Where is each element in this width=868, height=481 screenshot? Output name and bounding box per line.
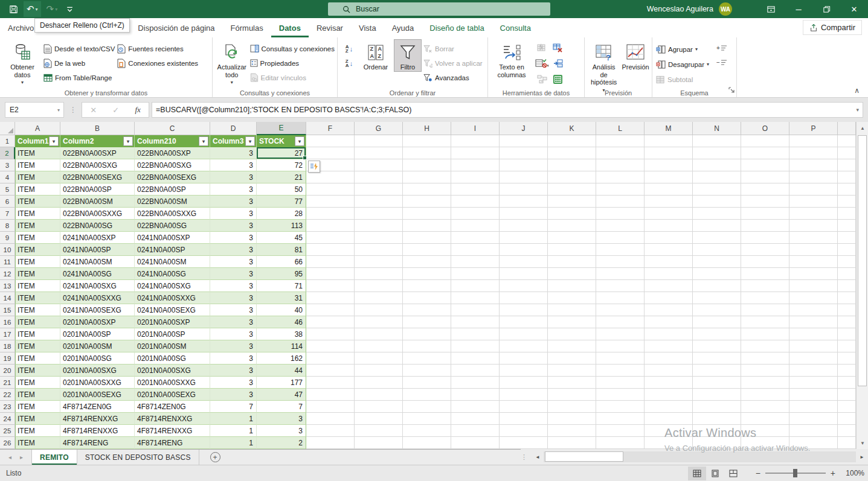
horizontal-scrollbar[interactable]: ⋮ ◄ ►: [521, 449, 868, 465]
grid-cell[interactable]: [403, 268, 451, 280]
grid-cell[interactable]: [741, 316, 789, 328]
row-header[interactable]: 17: [0, 328, 15, 340]
selected-cell[interactable]: 27: [257, 147, 306, 159]
table-cell[interactable]: ITEM: [15, 292, 60, 304]
grid-cell[interactable]: [306, 316, 355, 328]
grid-cell[interactable]: [596, 196, 645, 208]
grid-cell[interactable]: [741, 268, 789, 280]
grid-cell[interactable]: [838, 437, 856, 449]
row-header[interactable]: 11: [0, 256, 15, 268]
tab-revisar[interactable]: Revisar: [309, 18, 351, 37]
tab-ayuda[interactable]: Ayuda: [384, 18, 422, 37]
grid-cell[interactable]: [403, 425, 451, 437]
row-header[interactable]: 18: [0, 340, 15, 352]
grid-cell[interactable]: [451, 292, 500, 304]
grid-cell[interactable]: [741, 401, 789, 413]
grid-cell[interactable]: [548, 389, 596, 401]
grid-cell[interactable]: [548, 171, 596, 183]
grid-cell[interactable]: [789, 280, 838, 292]
row-header[interactable]: 20: [0, 365, 15, 377]
grid-cell[interactable]: [693, 389, 741, 401]
grid-cell[interactable]: [741, 437, 789, 449]
table-cell[interactable]: 3: [210, 232, 257, 244]
grid-cell[interactable]: [500, 183, 548, 196]
grid-cell[interactable]: [789, 268, 838, 280]
horizontal-scroll-track[interactable]: [544, 451, 856, 462]
grid-cell[interactable]: [693, 425, 741, 437]
grid-cell[interactable]: [596, 232, 645, 244]
table-cell[interactable]: 0241N0A00SXXG: [60, 292, 135, 304]
table-cell[interactable]: ITEM: [15, 365, 60, 377]
table-cell[interactable]: 0241N0A00SP: [60, 244, 135, 256]
vertical-scrollbar[interactable]: ▲ ▼: [856, 122, 868, 449]
grid-cell[interactable]: [355, 280, 403, 292]
grid-cell[interactable]: [306, 208, 355, 220]
grid-cell[interactable]: [838, 220, 856, 232]
grid-cell[interactable]: [451, 437, 500, 449]
table-cell[interactable]: 4F8714ZEN0G: [60, 401, 135, 413]
grid-cell[interactable]: [596, 340, 645, 352]
table-cell[interactable]: 3: [257, 413, 306, 425]
grid-cell[interactable]: [838, 292, 856, 304]
forecast-sheet-button[interactable]: Previsión: [622, 40, 649, 71]
grid-cell[interactable]: [355, 377, 403, 389]
table-cell[interactable]: 3: [210, 256, 257, 268]
grid-cell[interactable]: [693, 340, 741, 352]
table-cell[interactable]: ITEM: [15, 352, 60, 365]
grid-cell[interactable]: [306, 244, 355, 256]
grid-cell[interactable]: [596, 147, 645, 159]
table-cell[interactable]: 3: [210, 328, 257, 340]
grid-cell[interactable]: [403, 232, 451, 244]
account-area[interactable]: Wenceslao Aguilera WA: [647, 0, 732, 18]
table-cell[interactable]: ITEM: [15, 340, 60, 352]
sheet-tab-remito[interactable]: REMITO: [31, 450, 77, 465]
grid-cell[interactable]: [548, 328, 596, 340]
grid-cell[interactable]: [789, 135, 838, 147]
grid-cell[interactable]: [693, 365, 741, 377]
table-cell[interactable]: ITEM: [15, 268, 60, 280]
grid-cell[interactable]: [645, 401, 693, 413]
grid-cell[interactable]: [548, 377, 596, 389]
grid-cell[interactable]: [548, 135, 596, 147]
table-cell[interactable]: 7: [257, 401, 306, 413]
grid-cell[interactable]: [451, 340, 500, 352]
table-cell[interactable]: ITEM: [15, 413, 60, 425]
minimize-button[interactable]: ─: [785, 0, 812, 18]
grid-cell[interactable]: [645, 365, 693, 377]
table-cell[interactable]: 022BN0A00SP: [60, 183, 135, 196]
grid-cell[interactable]: [451, 159, 500, 171]
table-cell[interactable]: 46: [257, 316, 306, 328]
tab-diseno-de-tabla[interactable]: Diseño de tabla: [422, 18, 492, 37]
refresh-all-button[interactable]: Actualizar todo ▾: [216, 40, 248, 87]
grid-cell[interactable]: [741, 220, 789, 232]
grid-cell[interactable]: [451, 232, 500, 244]
grid-cell[interactable]: [838, 159, 856, 171]
grid-cell[interactable]: [500, 171, 548, 183]
grid-cell[interactable]: [838, 232, 856, 244]
grid-cell[interactable]: [789, 340, 838, 352]
filter-button[interactable]: Filtro: [394, 40, 421, 71]
redo-button[interactable]: ↷ ▾: [43, 1, 61, 17]
grid-cell[interactable]: [741, 196, 789, 208]
row-header[interactable]: 3: [0, 159, 15, 171]
group-button[interactable]: Agrupar ▾: [656, 43, 709, 56]
grid-cell[interactable]: [306, 352, 355, 365]
grid-cell[interactable]: [645, 196, 693, 208]
table-cell[interactable]: 72: [257, 159, 306, 171]
grid-cell[interactable]: [693, 401, 741, 413]
grid-cell[interactable]: [645, 256, 693, 268]
grid-cell[interactable]: [548, 352, 596, 365]
name-box[interactable]: E2 ▾: [5, 102, 64, 118]
grid-cell[interactable]: [355, 304, 403, 316]
table-cell[interactable]: 0201N0A00SEXG: [60, 389, 135, 401]
column-header[interactable]: K: [548, 122, 596, 135]
grid-cell[interactable]: [741, 135, 789, 147]
grid-cell[interactable]: [548, 244, 596, 256]
table-cell[interactable]: 022BN0A00SM: [60, 196, 135, 208]
grid-cell[interactable]: [838, 244, 856, 256]
grid-cell[interactable]: [451, 147, 500, 159]
grid-cell[interactable]: [596, 377, 645, 389]
grid-cell[interactable]: [596, 244, 645, 256]
column-header[interactable]: L: [596, 122, 645, 135]
grid-cell[interactable]: [789, 437, 838, 449]
